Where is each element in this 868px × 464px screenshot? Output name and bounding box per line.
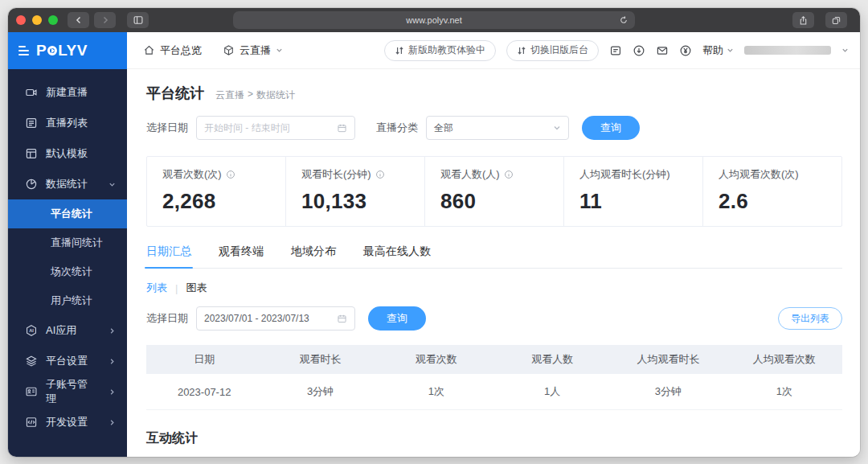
- breadcrumb-current: 数据统计: [256, 88, 295, 102]
- tab-overview-button[interactable]: [825, 12, 847, 28]
- app-logo-block: PLYV: [8, 32, 127, 69]
- view-chart-option[interactable]: 图表: [186, 281, 207, 295]
- download-button[interactable]: [633, 44, 645, 57]
- stats-panel: 观看次数(次) 2,268 观看时长(分钟) 10,133: [146, 156, 842, 227]
- cell-views: 1次: [379, 384, 494, 399]
- cell-viewers: 1人: [494, 384, 610, 399]
- chevron-down-icon: [553, 124, 561, 132]
- url-text: www.polyv.net: [406, 15, 462, 25]
- sidebar-item-room-statistics[interactable]: 直播间统计: [8, 228, 127, 257]
- share-button[interactable]: [792, 12, 814, 28]
- account-name-redacted[interactable]: [744, 46, 831, 55]
- reload-button[interactable]: [619, 15, 628, 25]
- document-button[interactable]: [609, 44, 622, 57]
- list-icon: [25, 117, 38, 129]
- cell-avg-duration: 3分钟: [610, 384, 726, 399]
- back-button[interactable]: [68, 12, 89, 28]
- sidebar-toggle-button[interactable]: [127, 12, 149, 28]
- sidebar-item-developer-settings[interactable]: 开发设置: [8, 407, 127, 437]
- date-summary-table: 日期 观看时长 观看次数 观看人数 人均观看时长 人均观看次数 2023-07-…: [146, 345, 842, 410]
- chevron-right-icon: [108, 388, 116, 396]
- sidebar-item-platform-statistics[interactable]: 平台统计: [8, 199, 127, 228]
- nav-cloud-live[interactable]: 云直播: [223, 43, 283, 58]
- date-query-input[interactable]: 2023/07/01 - 2023/07/13: [196, 306, 355, 331]
- category-filter-label: 直播分类: [376, 121, 418, 135]
- view-list-option[interactable]: 列表: [146, 281, 167, 295]
- close-window-button[interactable]: [16, 15, 26, 25]
- table-row: 2023-07-12 3分钟 1次 1人 3分钟 1次: [146, 374, 842, 410]
- stat-value: 2.6: [719, 189, 835, 214]
- sidebar-item-live-list[interactable]: 直播列表: [8, 108, 127, 138]
- browser-window: www.polyv.net PLYV 平台总览: [8, 8, 860, 457]
- tab-peak-online-users[interactable]: 最高在线人数: [363, 244, 431, 268]
- currency-icon: [679, 44, 692, 57]
- sidebar-item-user-statistics[interactable]: 用户统计: [8, 286, 127, 315]
- breadcrumb-parent[interactable]: 云直播: [215, 88, 244, 102]
- sidebar-item-platform-settings[interactable]: 平台设置: [8, 346, 127, 376]
- minimize-window-button[interactable]: [32, 15, 42, 25]
- sidebar-item-new-live[interactable]: 新建直播: [8, 77, 127, 108]
- billing-button[interactable]: [679, 44, 692, 57]
- main-content: 平台统计 云直播 > 数据统计 选择日期 开始时间 - 结束时间 直播分类: [127, 69, 860, 457]
- breadcrumb-separator: >: [248, 88, 253, 102]
- layers-icon: [25, 355, 38, 368]
- category-select[interactable]: 全部: [426, 116, 569, 140]
- app-header: 平台总览 云直播 新版助教页体验中 切换旧版后台: [127, 32, 860, 69]
- chevron-down-icon: [276, 47, 283, 54]
- message-button[interactable]: [656, 44, 669, 57]
- polyv-logo: PLYV: [36, 42, 88, 60]
- svg-text:AI: AI: [29, 328, 34, 333]
- export-list-button[interactable]: 导出列表: [778, 307, 842, 330]
- sidebar-item-session-statistics[interactable]: 场次统计: [8, 257, 127, 286]
- date-query-label: 选择日期: [146, 311, 188, 326]
- reload-icon: [619, 15, 628, 25]
- window-controls: [16, 15, 58, 25]
- sidebar-item-data-statistics[interactable]: 数据统计: [8, 169, 127, 199]
- nav-platform-overview[interactable]: 平台总览: [143, 43, 202, 58]
- date-range-input[interactable]: 开始时间 - 结束时间: [196, 116, 355, 140]
- column-header: 日期: [146, 352, 262, 367]
- cell-avg-views: 1次: [727, 384, 842, 399]
- chevron-down-icon: [108, 181, 116, 188]
- info-icon[interactable]: [375, 170, 385, 179]
- tab-region-distribution[interactable]: 地域分布: [291, 244, 336, 268]
- cube-icon: [223, 44, 235, 56]
- interaction-stats-title: 互动统计: [146, 430, 842, 447]
- view-toggle-divider: |: [175, 282, 178, 294]
- chevron-down-icon[interactable]: [841, 47, 849, 54]
- tab-viewing-terminal[interactable]: 观看终端: [219, 244, 264, 268]
- query-button[interactable]: 查询: [582, 116, 640, 140]
- tabs-icon: [831, 15, 841, 26]
- home-icon: [143, 44, 155, 56]
- stat-value: 860: [440, 189, 557, 214]
- stat-value: 10,133: [301, 189, 418, 214]
- info-icon[interactable]: [504, 170, 514, 179]
- cell-date: 2023-07-12: [146, 386, 262, 398]
- help-menu[interactable]: 帮助: [702, 43, 734, 58]
- chevron-right-icon: [108, 419, 116, 426]
- sidebar-item-subaccount-management[interactable]: 子账号管理: [8, 376, 127, 407]
- tab-date-summary[interactable]: 日期汇总: [146, 244, 191, 268]
- calendar-icon: [337, 123, 347, 133]
- forward-button[interactable]: [94, 12, 116, 28]
- chevron-right-icon: [108, 358, 116, 365]
- query-button-2[interactable]: 查询: [368, 306, 426, 331]
- menu-collapse-icon[interactable]: [18, 46, 29, 55]
- ai-icon: AI: [25, 324, 38, 337]
- stat-card-avg-duration: 人均观看时长(分钟) 11: [563, 157, 702, 226]
- template-icon: [25, 147, 38, 160]
- camera-icon: [25, 86, 38, 99]
- zoom-window-button[interactable]: [48, 15, 58, 25]
- stat-card-avg-views: 人均观看次数(次) 2.6: [702, 157, 841, 226]
- sidebar-item-ai-apps[interactable]: AI AI应用: [8, 315, 127, 346]
- address-bar[interactable]: www.polyv.net: [233, 11, 635, 29]
- switch-old-console-pill[interactable]: 切换旧版后台: [506, 40, 599, 61]
- breadcrumb: 云直播 > 数据统计: [215, 88, 295, 102]
- column-header: 观看人数: [494, 352, 610, 367]
- info-icon[interactable]: [226, 170, 235, 179]
- swap-arrows-icon: [395, 46, 404, 55]
- sidebar-item-default-template[interactable]: 默认模板: [8, 138, 127, 169]
- browser-titlebar: www.polyv.net: [8, 8, 860, 32]
- new-assistant-page-pill[interactable]: 新版助教页体验中: [384, 40, 496, 61]
- stat-value: 2,268: [162, 189, 279, 214]
